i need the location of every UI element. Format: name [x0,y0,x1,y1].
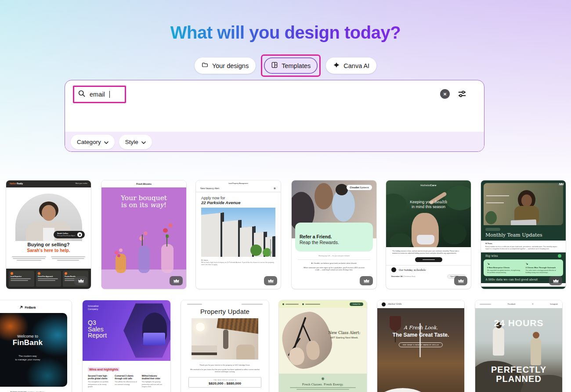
sports-top [417,235,434,245]
leaf [390,233,412,247]
brand-name: InnovativeCompany. [88,305,99,311]
annotation-box-templates: Templates [261,54,321,77]
body-copy-columns [6,253,91,264]
search-input[interactable]: email [90,91,105,98]
leaf [442,223,466,245]
chevron-down-icon [141,139,146,145]
laptop [143,333,165,345]
agent-photo: Sarah Collins Principal Real Estate Agen… [6,187,91,241]
price-guide-box: THE NEW PRICE GUIDE IS $820,000 - $880,0… [188,377,261,388]
contact-button: Contact Us [350,302,363,306]
search-icon [78,90,86,99]
pink-vase [161,244,173,273]
status-dot-icon [558,254,561,258]
flower [139,236,144,241]
crown-icon [458,279,464,283]
template-card-finbank-email[interactable]: FinBank Welcome to FinBank The modern wa… [0,300,72,392]
person-silhouette [289,347,305,366]
template-card-team-updates-email[interactable]: NN Monthly Team Updates Hi Team, Every n… [481,180,566,289]
mail-icon [302,303,304,305]
pro-badge [264,276,277,285]
date-pill [485,228,500,231]
tab-label: Canva AI [343,62,369,69]
chart-icon [65,272,67,275]
section-fresh-classes: ❋ Fresh Classes. Fresh Energy. [279,374,367,392]
person-silhouette [223,330,228,349]
tab-label: Templates [282,62,311,69]
template-card-fitness-email[interactable]: Contact Us New Class Alert: HIIT Startin… [279,300,367,392]
flower [168,223,173,227]
style-filter-dropdown[interactable]: Style [119,135,152,149]
house-icon [11,272,13,275]
stem [166,234,167,247]
orange-vase [116,254,126,273]
headline: Your bouquet is on its way! [101,194,186,209]
person-silhouette [336,184,348,195]
globe-icon [282,303,284,305]
flower [163,228,168,233]
agent-badge: Sarah Collins Principal Real Estate Agen… [54,231,85,238]
interior-photo [192,318,258,360]
flower [117,254,120,257]
purple-vase [138,246,150,273]
template-card-sales-report-email[interactable]: InnovativeCompany. Q3SalesReport Wins an… [83,300,170,392]
person-silhouette [314,183,333,209]
townhouse-photo [201,208,275,257]
book-button [415,257,442,262]
person-silhouette [305,340,320,360]
pro-badge [549,276,562,285]
plate [377,388,431,392]
template-card-travel-email[interactable]: Facebook X Instagram 24 HOURS PERFECTLYP… [475,300,562,392]
pro-badge [454,276,467,285]
section-big-wins: Big wins [481,252,566,259]
class-photo-blob [280,309,335,370]
annotation-box-search-query: email [73,86,126,103]
arrow-ne-icon [19,306,23,309]
wellness-photo: HolisticCare Keeping your health in mind… [386,180,471,247]
coastal-photo: 24 HOURS PERFECTLYPLANNED [475,308,562,392]
email-header: Harbor Realty Meet your realtor [6,180,91,187]
chair [236,345,255,360]
clear-search-icon[interactable]: ✕ [440,89,450,99]
text-caret [109,91,110,98]
tab-label: Your designs [212,62,249,69]
template-card-florist-email[interactable]: Fresh Blooms Your bouquet is on its way! [101,180,186,289]
search-panel: email ✕ Category Style [65,80,484,152]
office-photo [484,183,563,225]
email-header: Harbor Grille [377,300,464,308]
person-silhouette [533,332,539,338]
category-filter-dropdown[interactable]: Category [71,135,115,149]
tab-canva-ai[interactable]: Canva AI [326,58,376,74]
template-card-restaurant-email[interactable]: Harbor Grille A Fresh Look. The Same Gre… [377,300,464,392]
hero-panel: Welcome to FinBank The modern wayto mana… [0,313,67,387]
template-card-referral-email[interactable]: Cloudlet Systems Refer a Friend. Reap th… [292,180,376,289]
template-card-vacancy-email[interactable]: Land Property Management New Vacancy Ale… [196,180,281,289]
restaurant-logo [382,302,386,306]
body-copy: Thank you for your interest in the prope… [181,364,269,373]
cta-pill: SEE WHAT'S NEW AT HARBOR GRILLE [399,342,443,347]
crown-icon [553,279,559,283]
crown-icon [364,279,369,283]
template-card-realtor-email[interactable]: Harbor Realty Meet your realtor Sarah Co… [6,180,91,289]
templates-icon [271,61,278,70]
location-pin-icon [77,232,82,237]
sparkle-icon [333,61,340,70]
template-card-property-update-email[interactable]: Property Update Thank you for your inter… [181,300,269,392]
arrow-icon: ↘ [487,262,521,266]
tab-templates[interactable]: Templates [264,58,318,74]
pro-badge [74,276,87,285]
tab-your-designs[interactable]: Your designs [195,58,256,74]
template-card-holistic-email[interactable]: HolisticCare Keeping your health in mind… [386,180,471,289]
chevron-down-icon [104,139,108,145]
laptop [511,219,537,225]
hexagon-photo [121,301,170,360]
email-header [181,300,269,305]
crown-icon [268,279,274,283]
headline: Q3SalesReport [88,320,107,339]
shelf [486,202,504,203]
filter-icon[interactable] [458,90,466,100]
body-copy: Sharing pays off — for you and your netw… [292,255,376,271]
arrow-icon: ↘ [526,262,560,266]
search-panel-top: email ✕ [65,80,484,132]
report-body: Wins and highlights Secured 5 new high-p… [83,361,170,392]
